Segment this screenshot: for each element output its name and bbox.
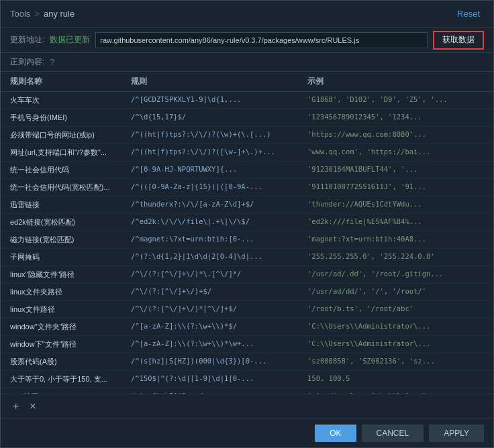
cell-name: 必须带端口号的网址(或ip) bbox=[10, 130, 131, 140]
cell-rule: /^(?:\d{1,2}|1\d\d|2[0-4]\d|... bbox=[131, 252, 307, 262]
breadcrumb-current: any rule bbox=[44, 9, 75, 19]
table-row[interactable]: 火车车次/^[GCDZTSPKXLY1-9]\d{1,...'G1868', '… bbox=[1, 92, 493, 109]
table-row[interactable]: linux文件夹路径/^\/(?:[^\/]+\/)+$/'/usr/ad/dd… bbox=[1, 284, 493, 301]
cell-name: 股票代码(A股) bbox=[10, 357, 131, 367]
cell-rule: /^thunderx?:\/\/[a-zA-Z\d]+$/ bbox=[131, 200, 307, 210]
delete-rule-button[interactable]: × bbox=[27, 400, 38, 413]
cell-name: linux文件路径 bbox=[10, 304, 131, 315]
data-status: 数据已更新 bbox=[50, 34, 90, 46]
table-header: 规则名称 规则 示例 bbox=[1, 72, 493, 92]
table-row[interactable]: 统一社会信用代码/^[0-9A-HJ-NPQRTUWXY]{...'912301… bbox=[1, 162, 493, 179]
table-row[interactable]: 迅雷链接/^thunderx?:\/\/[a-zA-Z\d]+$/'thunde… bbox=[1, 197, 493, 214]
cell-example: 'C:\\Users\\Administrator\... bbox=[307, 339, 484, 349]
cell-rule: /^\/(?:[^\/]+\/)+$/ bbox=[131, 287, 307, 297]
cell-example: 'https://www.qq.com:8080'... bbox=[307, 130, 484, 140]
url-bar-row: 更新地址: 数据已更新 获取数据 bbox=[1, 27, 493, 53]
cell-rule: /^((ht|f)tps?:\/\/)?([\w-]+\.)+... bbox=[131, 148, 307, 158]
cell-name: linux"隐藏文件"路径 bbox=[10, 270, 131, 280]
table-row[interactable]: ed2k链接(宽松匹配)/^ed2k:\/\/\/file\|.+\|\/\$/… bbox=[1, 214, 493, 231]
url-input[interactable] bbox=[95, 32, 428, 48]
cell-example: '91110108772551611J', '91... bbox=[307, 182, 484, 192]
content-label: 正则内容: bbox=[10, 56, 44, 68]
table-row[interactable]: 大于等于0, 小于等于150, 支.../^150$|^(?:\d|[1-9]\… bbox=[1, 371, 493, 388]
update-label: 更新地址: bbox=[10, 34, 44, 46]
cell-name: 磁力链接(宽松匹配) bbox=[10, 235, 131, 245]
reset-button[interactable]: Reset bbox=[453, 7, 484, 20]
cell-name: ed2k链接(宽松匹配) bbox=[10, 217, 131, 227]
cell-name: linux文件夹路径 bbox=[10, 287, 131, 297]
breadcrumb: Tools > any rule bbox=[10, 9, 75, 19]
table-row[interactable]: 手机号身份(IMEI)/^\d{15,17}$/'123456789012345… bbox=[1, 109, 493, 127]
cell-rule: /^[a-zA-Z]:\\(?:\w+\\)*\w+... bbox=[131, 339, 307, 349]
table-row[interactable]: 统一社会信用代码(宽松匹配).../^(([0-9A-Za-z]{15})|([… bbox=[1, 179, 493, 197]
cell-name: window"文件夹"路径 bbox=[10, 322, 131, 332]
cell-name: 网址(url,支持端口和"/?参数"... bbox=[10, 148, 131, 158]
ok-button[interactable]: OK bbox=[315, 425, 356, 442]
cell-example: '255.255.255.0', '255.224.0.0' bbox=[307, 252, 484, 262]
apply-button[interactable]: APPLY bbox=[429, 425, 484, 442]
cell-rule: /^[GCDZTSPKXLY1-9]\d{1,... bbox=[131, 95, 307, 105]
table-row[interactable]: 股票代码(A股)/^(s[hz]|S[HZ])(000|\d{3})[0-...… bbox=[1, 353, 493, 371]
table-row[interactable]: html注释/<!--[\s\S]*?-->/'<!--div class="_… bbox=[1, 388, 493, 394]
col-example-header: 示例 bbox=[307, 76, 484, 87]
cell-rule: /^150$|^(?:\d|[1-9]\d|1[0-... bbox=[131, 374, 307, 384]
table-row[interactable]: linux文件路径/^\/(?:[^\/]+\/)*[^\/]+$/'/root… bbox=[1, 301, 493, 319]
col-rule-header: 规则 bbox=[131, 76, 307, 87]
table-row[interactable]: 必须带端口号的网址(或ip)/^((ht|f)tps?:\/\/)?(\w)+(… bbox=[1, 127, 493, 144]
add-rule-button[interactable]: + bbox=[10, 400, 21, 413]
cell-example: '/usr/ad/dd/', '/', '/root/' bbox=[307, 287, 484, 297]
cell-example: 'C:\\Users\\Administrator\... bbox=[307, 322, 484, 332]
cell-example: 'thunder://AQUEs1CdtYWdu... bbox=[307, 200, 484, 210]
cell-rule: /^(s[hz]|S[HZ])(000|\d{3})[0-... bbox=[131, 357, 307, 367]
cell-name: 大于等于0, 小于等于150, 支... bbox=[10, 374, 131, 384]
table-row[interactable]: window下"文件"路径/^[a-zA-Z]:\\(?:\w+\\)*\w+.… bbox=[1, 336, 493, 353]
cell-name: 迅雷链接 bbox=[10, 200, 131, 210]
bottom-toolbar: + × bbox=[1, 394, 493, 418]
table-row[interactable]: 子网掩码/^(?:\d{1,2}|1\d\d|2[0-4]\d|...'255.… bbox=[1, 249, 493, 266]
cancel-button[interactable]: CANCEL bbox=[362, 425, 424, 442]
cell-example: 'magnet:?xt=urn:btih:40A8... bbox=[307, 235, 484, 245]
content-label-row: 正则内容: ? bbox=[1, 53, 493, 72]
footer: OK CANCEL APPLY bbox=[1, 418, 493, 447]
fetch-data-button[interactable]: 获取数据 bbox=[433, 31, 484, 50]
cell-name: window下"文件"路径 bbox=[10, 339, 131, 349]
help-icon[interactable]: ? bbox=[50, 57, 54, 67]
dialog: Tools > any rule Reset 更新地址: 数据已更新 获取数据 … bbox=[0, 0, 494, 448]
cell-example: '/usr/ad/.dd', '/root/.gitign... bbox=[307, 270, 484, 280]
table-row[interactable]: window"文件夹"路径/^[a-zA-Z]:\\(?:\w+\\)*$/'C… bbox=[1, 319, 493, 336]
cell-example: '/root/b.ts', '/root/abc' bbox=[307, 304, 484, 315]
table-row[interactable]: 网址(url,支持端口和"/?参数".../^((ht|f)tps?:\/\/)… bbox=[1, 144, 493, 162]
cell-name: 手机号身份(IMEI) bbox=[10, 113, 131, 123]
table-row[interactable]: linux"隐藏文件"路径/^\/(?:[^\/]+\/)*\.[^\/]*/'… bbox=[1, 266, 493, 284]
cell-name: 统一社会信用代码 bbox=[10, 165, 131, 175]
cell-rule: /^magnet:\?xt=urn:btih:[0-... bbox=[131, 235, 307, 245]
cell-example: '123456789012345', '1234... bbox=[307, 113, 484, 123]
cell-rule: /^[0-9A-HJ-NPQRTUWXY]{... bbox=[131, 165, 307, 175]
cell-rule: /^ed2k:\/\/\/file\|.+\|\/\$/ bbox=[131, 217, 307, 227]
top-bar: Tools > any rule Reset bbox=[1, 1, 493, 27]
cell-name: 子网掩码 bbox=[10, 252, 131, 262]
cell-example: 150, 100.5 bbox=[307, 374, 484, 384]
cell-rule: /^[a-zA-Z]:\\(?:\w+\\)*$/ bbox=[131, 322, 307, 332]
col-name-header: 规则名称 bbox=[10, 76, 131, 87]
table-body: 火车车次/^[GCDZTSPKXLY1-9]\d{1,...'G1868', '… bbox=[1, 92, 493, 394]
cell-rule: /^\d{15,17}$/ bbox=[131, 113, 307, 123]
cell-rule: /^(([0-9A-Za-z]{15})|([0-9A-... bbox=[131, 182, 307, 192]
table-row[interactable]: 磁力链接(宽松匹配)/^magnet:\?xt=urn:btih:[0-...'… bbox=[1, 231, 493, 249]
cell-example: 'sz000858', 'SZ002136', 'sz... bbox=[307, 357, 484, 367]
cell-name: 火车车次 bbox=[10, 95, 131, 105]
cell-rule: /^\/(?:[^\/]+\/)*[^\/]+$/ bbox=[131, 304, 307, 315]
cell-example: 'G1868', 'D102', 'D9', 'Z5', '... bbox=[307, 95, 484, 105]
breadcrumb-tools: Tools bbox=[10, 9, 30, 19]
cell-name: 统一社会信用代码(宽松匹配)... bbox=[10, 182, 131, 192]
cell-example: '91230184MA1BUFLT44', '... bbox=[307, 165, 484, 175]
cell-example: 'ed2k:///file|%E5%AF%84%... bbox=[307, 217, 484, 227]
breadcrumb-sep: > bbox=[34, 9, 40, 19]
cell-rule: /^\/(?:[^\/]+\/)*\.[^\/]*/ bbox=[131, 270, 307, 280]
cell-rule: /^((ht|f)tps?:\/\/)?(\w)+(\.[...) bbox=[131, 130, 307, 140]
cell-example: 'www.qq.com', 'https://bai... bbox=[307, 148, 484, 158]
